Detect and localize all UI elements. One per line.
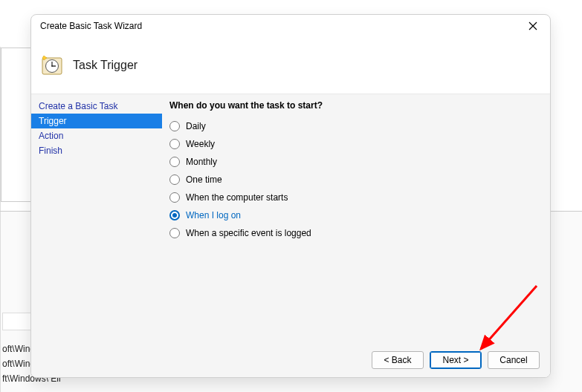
next-button[interactable]: Next > [430,351,482,369]
trigger-option-label: Daily [186,121,206,131]
trigger-options: DailyWeeklyMonthlyOne timeWhen the compu… [169,121,543,238]
wizard-header: Task Trigger [31,37,550,94]
trigger-option-label: When I log on [186,210,241,220]
trigger-option[interactable]: When I log on [169,210,543,220]
trigger-option[interactable]: When a specific event is logged [169,228,543,238]
trigger-option[interactable]: Monthly [169,157,543,167]
clock-icon [40,53,64,77]
wizard-body: Create a Basic TaskTriggerActionFinish W… [31,94,550,343]
back-button[interactable]: < Back [372,351,424,369]
dialog-title: Create Basic Task Wizard [40,21,522,31]
radio-icon [169,139,180,149]
cancel-button[interactable]: Cancel [488,351,540,369]
trigger-option[interactable]: When the computer starts [169,192,543,203]
trigger-option[interactable]: Weekly [169,139,543,149]
radio-icon [169,121,180,131]
close-icon [528,22,537,30]
trigger-option[interactable]: One time [169,174,543,185]
wizard-step[interactable]: Finish [31,143,162,158]
wizard-header-title: Task Trigger [73,59,138,72]
trigger-prompt: When do you want the task to start? [169,100,543,111]
trigger-option-label: Weekly [186,139,215,149]
wizard-step[interactable]: Action [31,128,162,143]
trigger-option[interactable]: Daily [169,121,543,131]
wizard-step[interactable]: Trigger [31,114,162,128]
wizard-main-pane: When do you want the task to start? Dail… [162,94,550,343]
wizard-dialog: Create Basic Task Wizard Task Trigger Cr… [30,14,551,378]
wizard-footer: < Back Next > Cancel [31,343,550,377]
radio-icon [169,210,180,220]
radio-icon [169,228,180,238]
svg-point-4 [51,65,53,67]
close-button[interactable] [522,15,544,37]
wizard-step[interactable]: Create a Basic Task [31,99,162,114]
trigger-option-label: Monthly [186,157,217,167]
trigger-option-label: When the computer starts [186,192,288,203]
titlebar: Create Basic Task Wizard [31,15,550,37]
wizard-sidebar: Create a Basic TaskTriggerActionFinish [31,94,162,343]
radio-icon [169,157,180,167]
radio-icon [169,174,180,185]
radio-icon [169,192,180,203]
trigger-option-label: When a specific event is logged [186,228,311,238]
trigger-option-label: One time [186,174,222,185]
